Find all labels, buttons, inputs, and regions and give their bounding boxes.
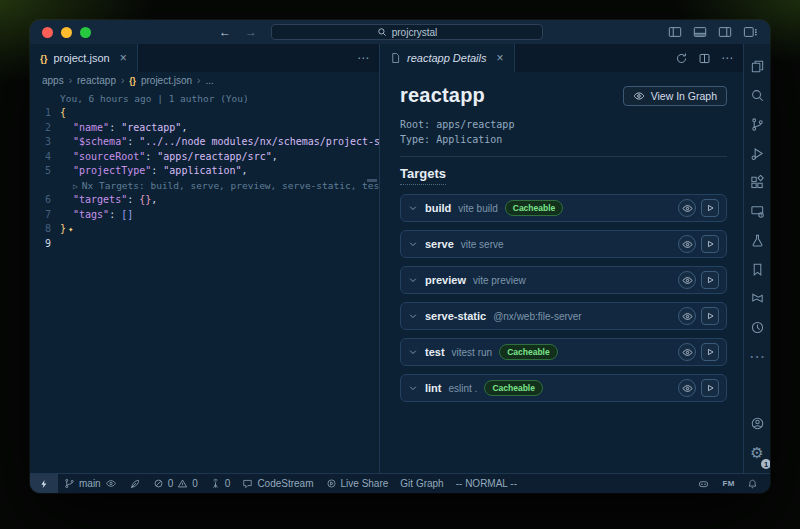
chevron-down-icon[interactable] bbox=[408, 239, 418, 249]
lightning-icon bbox=[39, 478, 49, 490]
toggle-primary-sidebar-icon[interactable] bbox=[668, 25, 682, 39]
codestream-indicator[interactable]: CodeStream bbox=[236, 474, 319, 493]
code-editor[interactable]: You, 6 hours ago | 1 author (You) 1 { 2 … bbox=[30, 89, 379, 473]
toggle-panel-icon[interactable] bbox=[693, 25, 707, 39]
extensions-icon[interactable] bbox=[744, 168, 770, 197]
project-meta: Root: apps/reactapp Type: Application bbox=[400, 117, 727, 147]
file-icon bbox=[390, 52, 401, 64]
problems-indicator[interactable]: 0 0 bbox=[147, 474, 204, 493]
eye-icon bbox=[633, 90, 645, 102]
target-row-serve-static[interactable]: serve-static @nx/web:file-server bbox=[400, 302, 727, 330]
cacheable-badge: Cacheable bbox=[499, 344, 558, 360]
run-debug-icon[interactable] bbox=[744, 139, 770, 168]
remote-indicator[interactable] bbox=[30, 474, 58, 493]
target-row-preview[interactable]: preview vite preview bbox=[400, 266, 727, 294]
run-target-button[interactable] bbox=[701, 199, 719, 217]
run-target-button[interactable] bbox=[701, 343, 719, 361]
zoom-window-button[interactable] bbox=[80, 27, 91, 38]
project-type-value: Application bbox=[436, 134, 502, 145]
customize-layout-icon[interactable] bbox=[743, 25, 758, 39]
settings-badge: 1 bbox=[761, 459, 770, 469]
more-views-icon[interactable]: ⋯ bbox=[744, 342, 770, 371]
view-target-button[interactable] bbox=[678, 343, 696, 361]
breadcrumb-project-json[interactable]: project.json bbox=[141, 75, 192, 86]
error-icon bbox=[153, 478, 164, 489]
ports-indicator[interactable]: 0 bbox=[204, 474, 237, 493]
more-actions-icon[interactable]: ⋯ bbox=[721, 51, 733, 65]
copilot-icon bbox=[697, 478, 710, 490]
view-in-graph-button[interactable]: View In Graph bbox=[623, 86, 727, 106]
tab-project-json[interactable]: {} project.json × bbox=[30, 44, 138, 72]
live-share-icon bbox=[326, 478, 337, 489]
nav-forward-button[interactable]: → bbox=[245, 26, 257, 38]
close-window-button[interactable] bbox=[42, 27, 53, 38]
project-root-value: apps/reactapp bbox=[436, 119, 514, 130]
view-target-button[interactable] bbox=[678, 271, 696, 289]
testing-beaker-icon[interactable] bbox=[744, 226, 770, 255]
scrollbar-handle[interactable] bbox=[367, 179, 377, 182]
codelens-nx-targets[interactable]: ▷Nx Targets: build, serve, preview, serv… bbox=[30, 178, 379, 193]
view-target-button[interactable] bbox=[678, 235, 696, 253]
view-target-button[interactable] bbox=[678, 379, 696, 397]
code-line: 7 "tags": [] bbox=[30, 207, 379, 222]
bell-icon bbox=[747, 478, 758, 490]
chevron-down-icon[interactable] bbox=[408, 347, 418, 357]
bookmark-icon[interactable] bbox=[744, 255, 770, 284]
code-line: 9 bbox=[30, 236, 379, 251]
code-line: 3 "$schema": "../../node_modules/nx/sche… bbox=[30, 135, 379, 150]
nx-console-icon[interactable] bbox=[744, 284, 770, 313]
command-center-search[interactable]: projcrystal bbox=[271, 24, 543, 40]
editor-group-right: reactapp Details × ⋯ re bbox=[380, 44, 743, 473]
chevron-down-icon[interactable] bbox=[408, 203, 418, 213]
right-tabstrip: reactapp Details × ⋯ bbox=[380, 44, 743, 72]
chevron-right-icon: › bbox=[197, 75, 200, 86]
search-icon[interactable] bbox=[744, 81, 770, 110]
explorer-icon[interactable] bbox=[744, 52, 770, 81]
notifications-indicator[interactable] bbox=[741, 474, 764, 493]
view-target-button[interactable] bbox=[678, 307, 696, 325]
code-line: 1 { bbox=[30, 106, 379, 121]
view-target-button[interactable] bbox=[678, 199, 696, 217]
remote-explorer-icon[interactable] bbox=[744, 197, 770, 226]
close-tab-icon[interactable]: × bbox=[120, 51, 127, 65]
fm-indicator[interactable]: FM bbox=[716, 474, 741, 493]
tab-reactapp-details[interactable]: reactapp Details × bbox=[380, 44, 515, 72]
activity-bar: ⋯ ⚙ 1 bbox=[743, 44, 770, 473]
chevron-down-icon[interactable] bbox=[408, 383, 418, 393]
more-actions-icon[interactable]: ⋯ bbox=[357, 51, 369, 65]
minimize-window-button[interactable] bbox=[61, 27, 72, 38]
nav-back-button[interactable]: ← bbox=[219, 26, 231, 38]
sparkle-icon[interactable]: ✦ bbox=[68, 224, 73, 234]
vim-mode-indicator[interactable]: -- NORMAL -- bbox=[450, 474, 523, 493]
radio-tower-icon bbox=[210, 478, 221, 489]
run-target-button[interactable] bbox=[701, 235, 719, 253]
eye-icon[interactable] bbox=[105, 478, 117, 489]
breadcrumb-symbol[interactable]: ... bbox=[205, 75, 213, 86]
run-target-button[interactable] bbox=[701, 379, 719, 397]
timeline-clock-icon[interactable] bbox=[744, 313, 770, 342]
live-share-indicator[interactable]: Live Share bbox=[320, 474, 395, 493]
copilot-indicator[interactable] bbox=[691, 474, 716, 493]
breadcrumb-apps[interactable]: apps bbox=[42, 75, 64, 86]
split-editor-icon[interactable] bbox=[698, 52, 711, 65]
git-graph-indicator[interactable]: Git Graph bbox=[394, 474, 449, 493]
git-branch-indicator[interactable]: main bbox=[58, 474, 123, 493]
json-file-icon: {} bbox=[129, 76, 136, 86]
run-target-button[interactable] bbox=[701, 307, 719, 325]
chevron-down-icon[interactable] bbox=[408, 275, 418, 285]
refresh-icon[interactable] bbox=[675, 52, 688, 65]
account-icon[interactable] bbox=[744, 409, 770, 438]
toggle-secondary-sidebar-icon[interactable] bbox=[718, 25, 732, 39]
target-row-build[interactable]: build vite build Cacheable bbox=[400, 194, 727, 222]
settings-gear-icon[interactable]: ⚙ 1 bbox=[744, 438, 770, 467]
close-tab-icon[interactable]: × bbox=[497, 51, 504, 65]
source-control-icon[interactable] bbox=[744, 110, 770, 139]
target-row-serve[interactable]: serve vite serve bbox=[400, 230, 727, 258]
breadcrumb-reactapp[interactable]: reactapp bbox=[77, 75, 116, 86]
gitlens-feather-indicator[interactable] bbox=[123, 474, 147, 493]
run-target-button[interactable] bbox=[701, 271, 719, 289]
code-line: 2 "name": "reactapp", bbox=[30, 120, 379, 135]
chevron-down-icon[interactable] bbox=[408, 311, 418, 321]
target-row-lint[interactable]: lint eslint . Cacheable bbox=[400, 374, 727, 402]
target-row-test[interactable]: test vitest run Cacheable bbox=[400, 338, 727, 366]
